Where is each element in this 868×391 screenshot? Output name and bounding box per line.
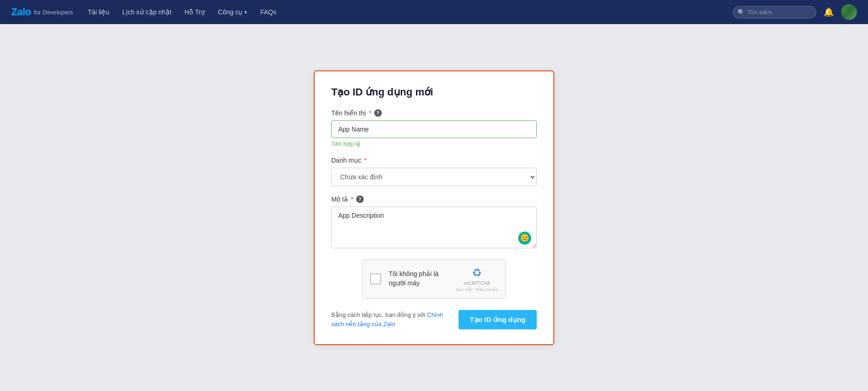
description-group: Mô tả * ? App Description 😊	[331, 196, 537, 250]
recaptcha-sub-text: Bảo mật · Điều khoản	[456, 287, 498, 292]
recaptcha-checkbox[interactable]	[370, 273, 381, 284]
search-input[interactable]	[733, 6, 816, 19]
required-star: *	[369, 109, 371, 117]
nav-links: Tài liệu Lịch sử cập nhật Hỗ Trợ Công cụ…	[88, 8, 718, 16]
description-label: Mô tả * ?	[331, 196, 537, 203]
navbar: Zalo for Developers Tài liệu Lịch sử cập…	[0, 0, 868, 24]
category-select[interactable]: Chưa xác định	[331, 168, 537, 186]
avatar[interactable]	[841, 4, 857, 20]
logo-subtitle: for Developers	[34, 9, 73, 16]
nav-lich-su[interactable]: Lịch sử cập nhật	[122, 8, 172, 16]
chevron-down-icon: ▾	[244, 9, 247, 15]
nav-right: 🔍 🔔	[733, 4, 857, 20]
create-app-card: Tạo ID ứng dụng mới Tên hiển thị * ? Tên…	[314, 70, 554, 345]
required-star-3: *	[351, 196, 353, 203]
app-name-help-icon[interactable]: ?	[374, 109, 382, 117]
nav-faqs[interactable]: FAQs	[260, 8, 276, 16]
description-textarea[interactable]: App Description	[331, 207, 537, 248]
logo[interactable]: Zalo for Developers	[11, 6, 73, 18]
recaptcha-brand-text: reCAPTCHA	[464, 280, 490, 286]
recaptcha-box: Tôi không phải là người máy ♻ reCAPTCHA …	[362, 259, 506, 299]
nav-ho-tro[interactable]: Hỗ Trợ	[185, 8, 205, 16]
form-footer: Bằng cách tiếp tục, bạn đồng ý với Chính…	[331, 310, 537, 329]
search-wrapper: 🔍	[733, 6, 816, 19]
category-group: Danh mục * Chưa xác định	[331, 157, 537, 186]
app-name-input[interactable]	[331, 120, 537, 138]
app-name-label: Tên hiển thị * ?	[331, 109, 537, 117]
category-label: Danh mục *	[331, 157, 537, 164]
recaptcha-wrapper: Tôi không phải là người máy ♻ reCAPTCHA …	[331, 259, 537, 299]
recaptcha-icon: ♻	[472, 266, 482, 279]
logo-zalo: Zalo	[11, 6, 31, 18]
description-help-icon[interactable]: ?	[356, 196, 364, 203]
notification-bell-icon[interactable]: 🔔	[824, 7, 834, 17]
main-content: Tạo ID ứng dụng mới Tên hiển thị * ? Tên…	[0, 24, 868, 391]
nav-tai-lieu[interactable]: Tài liệu	[88, 8, 109, 16]
submit-button[interactable]: Tạo ID ứng dụng	[459, 310, 537, 329]
description-wrapper: App Description 😊	[331, 207, 537, 250]
recaptcha-label: Tôi không phải là người máy	[389, 270, 448, 288]
required-star-2: *	[364, 157, 366, 164]
recaptcha-logo: ♻ reCAPTCHA Bảo mật · Điều khoản	[456, 266, 498, 292]
nav-cong-cu[interactable]: Công cụ ▾	[218, 8, 247, 16]
card-title: Tạo ID ứng dụng mới	[331, 86, 537, 98]
app-name-valid-text: Tên hợp lệ	[331, 140, 537, 147]
footer-text: Bằng cách tiếp tục, bạn đồng ý với Chính…	[331, 310, 451, 328]
app-name-group: Tên hiển thị * ? Tên hợp lệ	[331, 109, 537, 147]
